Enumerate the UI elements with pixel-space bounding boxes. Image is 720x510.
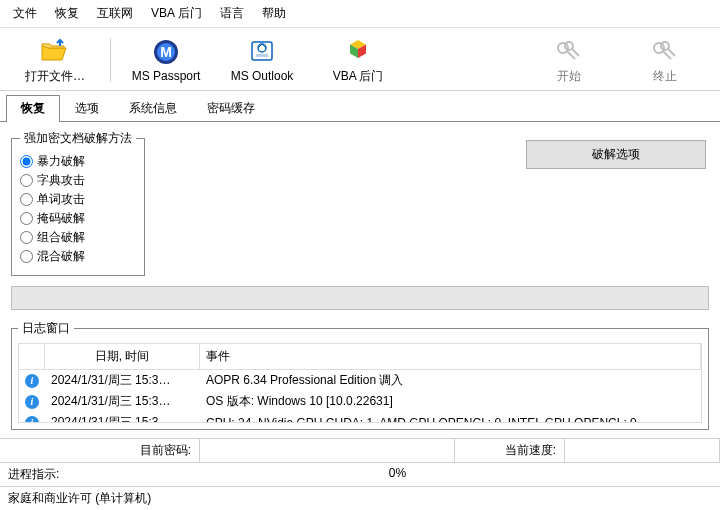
log-header: 日期, 时间 事件 xyxy=(19,344,701,370)
progress-bar-bottom: 0% xyxy=(75,463,720,486)
tab-pwdcache[interactable]: 密码缓存 xyxy=(192,95,270,121)
progress-text: 0% xyxy=(75,466,720,480)
tab-options[interactable]: 选项 xyxy=(60,95,114,121)
attack-label-word: 单词攻击 xyxy=(37,191,85,208)
current-pwd-value xyxy=(200,439,455,462)
attack-option-brute[interactable]: 暴力破解 xyxy=(20,153,136,170)
attack-option-dict[interactable]: 字典攻击 xyxy=(20,172,136,189)
status-row: 目前密码: 当前速度: xyxy=(0,438,720,462)
info-icon: i xyxy=(25,374,39,388)
log-row[interactable]: i2024/1/31/周三 15:3…CPU: 24, NVidia GPU C… xyxy=(19,412,701,423)
main-progress-bar xyxy=(11,286,709,310)
open-folder-icon xyxy=(40,36,70,66)
svg-point-9 xyxy=(661,42,669,50)
info-icon: i xyxy=(25,395,39,409)
menu-vba[interactable]: VBA 后门 xyxy=(142,2,211,25)
log-row[interactable]: i2024/1/31/周三 15:3…AOPR 6.34 Professiona… xyxy=(19,370,701,391)
ms-outlook-label: MS Outlook xyxy=(231,69,294,83)
open-file-label: 打开文件… xyxy=(25,68,85,85)
tab-sysinfo[interactable]: 系统信息 xyxy=(114,95,192,121)
tab-recover[interactable]: 恢复 xyxy=(6,95,60,122)
open-file-button[interactable]: 打开文件… xyxy=(8,32,102,88)
menu-help[interactable]: 帮助 xyxy=(253,2,295,25)
log-group: 日志窗口 日期, 时间 事件 i2024/1/31/周三 15:3…AOPR 6… xyxy=(11,320,709,430)
attack-radio-mask[interactable] xyxy=(20,212,33,225)
ms-passport-label: MS Passport xyxy=(132,69,201,83)
attack-option-mask[interactable]: 掩码破解 xyxy=(20,210,136,227)
log-title: 日志窗口 xyxy=(18,320,74,337)
attack-radio-hybrid[interactable] xyxy=(20,250,33,263)
attack-label-hybrid: 混合破解 xyxy=(37,248,85,265)
menu-file[interactable]: 文件 xyxy=(4,2,46,25)
ms-passport-button[interactable]: M MS Passport xyxy=(119,32,213,88)
svg-text:M: M xyxy=(160,44,172,60)
toolbar-separator xyxy=(110,38,111,82)
log-col-date[interactable]: 日期, 时间 xyxy=(45,344,200,369)
attack-label-mask: 掩码破解 xyxy=(37,210,85,227)
current-pwd-label: 目前密码: xyxy=(0,439,200,462)
attack-label-brute: 暴力破解 xyxy=(37,153,85,170)
attack-label-dict: 字典攻击 xyxy=(37,172,85,189)
start-button[interactable]: 开始 xyxy=(522,32,616,88)
stop-button[interactable]: 终止 xyxy=(618,32,712,88)
attack-radio-brute[interactable] xyxy=(20,155,33,168)
stop-label: 终止 xyxy=(653,68,677,85)
attack-option-word[interactable]: 单词攻击 xyxy=(20,191,136,208)
log-cell-date: 2024/1/31/周三 15:3… xyxy=(45,412,200,423)
attack-option-combo[interactable]: 组合破解 xyxy=(20,229,136,246)
info-icon: i xyxy=(25,416,39,424)
svg-rect-5 xyxy=(256,54,268,57)
log-cell-date: 2024/1/31/周三 15:3… xyxy=(45,370,200,391)
start-keys-icon xyxy=(554,36,584,66)
menu-language[interactable]: 语言 xyxy=(211,2,253,25)
current-speed-label: 当前速度: xyxy=(455,439,565,462)
attack-radio-combo[interactable] xyxy=(20,231,33,244)
vba-backdoor-button[interactable]: VBA 后门 xyxy=(311,32,405,88)
attack-options-button[interactable]: 破解选项 xyxy=(526,140,706,169)
progress-row: 进程指示: 0% xyxy=(0,462,720,486)
log-row[interactable]: i2024/1/31/周三 15:3…OS 版本: Windows 10 [10… xyxy=(19,391,701,412)
footer-license: 家庭和商业许可 (单计算机) xyxy=(0,486,720,510)
vba-label: VBA 后门 xyxy=(333,68,384,85)
vba-icon xyxy=(344,36,372,66)
start-label: 开始 xyxy=(557,68,581,85)
menu-internet[interactable]: 互联网 xyxy=(88,2,142,25)
log-cell-event: CPU: 24, NVidia GPU CUDA: 1, AMD GPU OPE… xyxy=(200,414,701,424)
log-cell-event: OS 版本: Windows 10 [10.0.22631] xyxy=(200,391,701,412)
tab-panel-recover: 强加密文档破解方法 暴力破解 字典攻击 单词攻击 掩码破解 组合破解 混合破解 … xyxy=(0,122,720,438)
attack-group-title: 强加密文档破解方法 xyxy=(20,130,136,147)
current-speed-value xyxy=(565,439,720,462)
menubar: 文件 恢复 互联网 VBA 后门 语言 帮助 xyxy=(0,0,720,28)
log-table[interactable]: 日期, 时间 事件 i2024/1/31/周三 15:3…AOPR 6.34 P… xyxy=(18,343,702,423)
attack-method-group: 强加密文档破解方法 暴力破解 字典攻击 单词攻击 掩码破解 组合破解 混合破解 xyxy=(11,130,145,276)
outlook-icon xyxy=(248,37,276,67)
passport-icon: M xyxy=(152,37,180,67)
attack-option-hybrid[interactable]: 混合破解 xyxy=(20,248,136,265)
attack-radio-dict[interactable] xyxy=(20,174,33,187)
menu-recover[interactable]: 恢复 xyxy=(46,2,88,25)
stop-keys-icon xyxy=(650,36,680,66)
log-cell-event: AOPR 6.34 Professional Edition 调入 xyxy=(200,370,701,391)
svg-point-7 xyxy=(565,42,573,50)
attack-radio-word[interactable] xyxy=(20,193,33,206)
progress-label: 进程指示: xyxy=(0,463,75,486)
attack-label-combo: 组合破解 xyxy=(37,229,85,246)
ms-outlook-button[interactable]: MS Outlook xyxy=(215,32,309,88)
toolbar: 打开文件… M MS Passport MS Outlook VBA 后门 开始 xyxy=(0,28,720,91)
log-cell-date: 2024/1/31/周三 15:3… xyxy=(45,391,200,412)
log-col-event[interactable]: 事件 xyxy=(200,344,701,369)
tabbar: 恢复 选项 系统信息 密码缓存 xyxy=(0,91,720,122)
